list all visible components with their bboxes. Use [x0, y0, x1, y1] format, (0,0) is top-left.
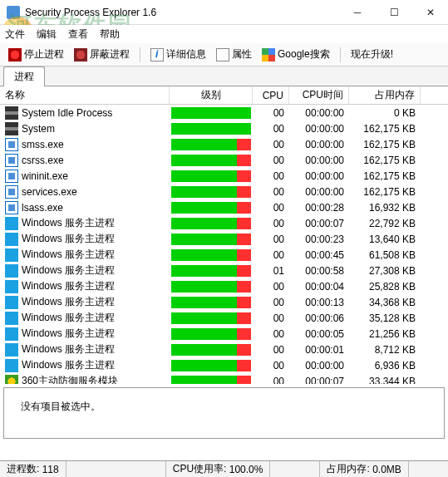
- process-icon: [5, 233, 18, 246]
- cpu-value: 00: [253, 215, 289, 231]
- col-cputime[interactable]: CPU时间: [289, 86, 349, 104]
- properties-button[interactable]: 属性: [213, 46, 255, 63]
- prop-label: 属性: [232, 47, 252, 61]
- table-row[interactable]: wininit.exe0000:00:00162,175 KB: [0, 168, 448, 184]
- level-bar: [171, 344, 251, 356]
- cputime-value: 00:00:04: [289, 278, 349, 294]
- level-bar: [171, 249, 251, 261]
- table-row[interactable]: System0000:00:00162,175 KB: [0, 120, 448, 136]
- table-row[interactable]: Windows 服务主进程0000:00:1334,368 KB: [0, 294, 448, 310]
- maximize-button[interactable]: ☐: [383, 4, 405, 21]
- mem-value: 0.0MB: [372, 464, 401, 475]
- table-row[interactable]: services.exe0000:00:00162,175 KB: [0, 184, 448, 199]
- tab-row: 进程: [0, 66, 448, 86]
- procs-value: 118: [42, 464, 59, 475]
- col-level[interactable]: 级别: [170, 86, 253, 104]
- process-icon: [5, 296, 18, 309]
- table-row[interactable]: 360主动防御服务模块0000:00:0733,344 KB: [0, 373, 448, 384]
- statusbar: 进程数: 118 CPU使用率: 100.0% 占用内存: 0.0MB: [0, 460, 448, 477]
- table-row[interactable]: Windows 服务主进程0000:00:4561,508 KB: [0, 247, 448, 263]
- menu-file[interactable]: 文件: [5, 27, 25, 42]
- level-bar: [171, 123, 251, 135]
- upgrade-button[interactable]: 现在升级!: [347, 46, 396, 63]
- menu-help[interactable]: 帮助: [100, 27, 120, 42]
- block-process-button[interactable]: 屏蔽进程: [71, 46, 133, 63]
- process-name: services.exe: [22, 186, 77, 198]
- menu-edit[interactable]: 编辑: [37, 27, 57, 42]
- table-row[interactable]: System Idle Process0000:00:000 KB: [0, 105, 448, 120]
- col-cpu[interactable]: CPU: [253, 86, 289, 104]
- cpu-value: 00: [253, 231, 289, 247]
- mem-value: 25,828 KB: [349, 278, 421, 294]
- mem-value: 162,175 KB: [349, 120, 421, 136]
- menu-view[interactable]: 查看: [68, 27, 88, 42]
- process-icon: [5, 343, 18, 357]
- process-name: smss.exe: [22, 139, 64, 150]
- cputime-value: 00:00:07: [289, 373, 349, 384]
- process-icon: [5, 327, 18, 341]
- process-name: Windows 服务主进程: [22, 232, 115, 246]
- process-name: Windows 服务主进程: [22, 216, 115, 230]
- process-name: csrss.exe: [22, 155, 64, 166]
- detail-info-button[interactable]: 详细信息: [147, 46, 209, 63]
- level-bar: [171, 234, 251, 245]
- process-name: Windows 服务主进程: [22, 263, 115, 278]
- mem-label: 占用内存:: [327, 462, 369, 476]
- table-row[interactable]: Windows 服务主进程0000:00:0722,792 KB: [0, 215, 448, 231]
- separator: [140, 47, 140, 62]
- status-memory-usage: 占用内存: 0.0MB: [320, 461, 408, 477]
- cputime-value: 00:00:00: [289, 136, 349, 152]
- toolbar: 停止进程 屏蔽进程 详细信息 属性 Google搜索 现在升级!: [0, 43, 448, 66]
- table-row[interactable]: Windows 服务主进程0000:00:0635,128 KB: [0, 310, 448, 326]
- tab-process[interactable]: 进程: [3, 66, 45, 86]
- cpu-value: 00: [253, 373, 289, 384]
- col-mem[interactable]: 占用内存: [349, 86, 421, 104]
- level-bar: [171, 139, 251, 150]
- mem-value: 162,175 KB: [349, 168, 421, 184]
- cpu-value: 00: [253, 199, 289, 215]
- level-bar: [171, 186, 251, 198]
- cpu-value: 00: [253, 357, 289, 373]
- level-bar: [171, 281, 251, 293]
- details-panel: 没有项目被选中。: [3, 387, 445, 439]
- google-icon: [262, 48, 275, 61]
- cpu-value: 00: [253, 342, 289, 357]
- cputime-value: 00:00:00: [289, 105, 349, 120]
- table-row[interactable]: Windows 服务主进程0000:00:2313,640 KB: [0, 231, 448, 247]
- cpu-value: 00: [253, 294, 289, 310]
- cputime-value: 00:00:23: [289, 231, 349, 247]
- table-row[interactable]: Windows 服务主进程0000:00:0521,256 KB: [0, 326, 448, 342]
- cputime-value: 00:00:00: [289, 152, 349, 168]
- table-row[interactable]: lsass.exe0000:00:2816,932 KB: [0, 199, 448, 215]
- cputime-value: 00:00:01: [289, 342, 349, 357]
- procs-label: 进程数:: [7, 462, 39, 476]
- cpu-value: 00: [253, 247, 289, 263]
- cpu-value: 00: [253, 136, 289, 152]
- upgrade-label: 现在升级!: [351, 47, 393, 61]
- cpu-value: 00: [253, 326, 289, 342]
- mem-value: 162,175 KB: [349, 152, 421, 168]
- detail-label: 详细信息: [166, 47, 206, 61]
- table-row[interactable]: smss.exe0000:00:00162,175 KB: [0, 136, 448, 152]
- table-row[interactable]: Windows 服务主进程0100:00:5827,308 KB: [0, 263, 448, 278]
- process-icon: [5, 312, 18, 325]
- mem-value: 33,344 KB: [349, 373, 421, 384]
- minimize-button[interactable]: ─: [347, 4, 368, 21]
- process-name: wininit.exe: [22, 170, 68, 182]
- mem-value: 35,128 KB: [349, 310, 421, 326]
- cputime-value: 00:00:13: [289, 294, 349, 310]
- table-row[interactable]: Windows 服务主进程0000:00:006,936 KB: [0, 357, 448, 373]
- col-name[interactable]: 名称: [0, 86, 170, 104]
- menubar: 文件 编辑 查看 帮助: [0, 25, 448, 43]
- process-name: Windows 服务主进程: [22, 279, 115, 293]
- stop-process-button[interactable]: 停止进程: [5, 46, 67, 63]
- table-row[interactable]: Windows 服务主进程0000:00:018,712 KB: [0, 342, 448, 357]
- table-row[interactable]: csrss.exe0000:00:00162,175 KB: [0, 152, 448, 168]
- mem-value: 8,712 KB: [349, 342, 421, 357]
- close-button[interactable]: ✕: [420, 4, 441, 21]
- mem-value: 27,308 KB: [349, 263, 421, 278]
- process-name: Windows 服务主进程: [22, 248, 115, 262]
- table-row[interactable]: Windows 服务主进程0000:00:0425,828 KB: [0, 278, 448, 294]
- google-search-button[interactable]: Google搜索: [258, 46, 333, 63]
- cputime-value: 00:00:58: [289, 263, 349, 278]
